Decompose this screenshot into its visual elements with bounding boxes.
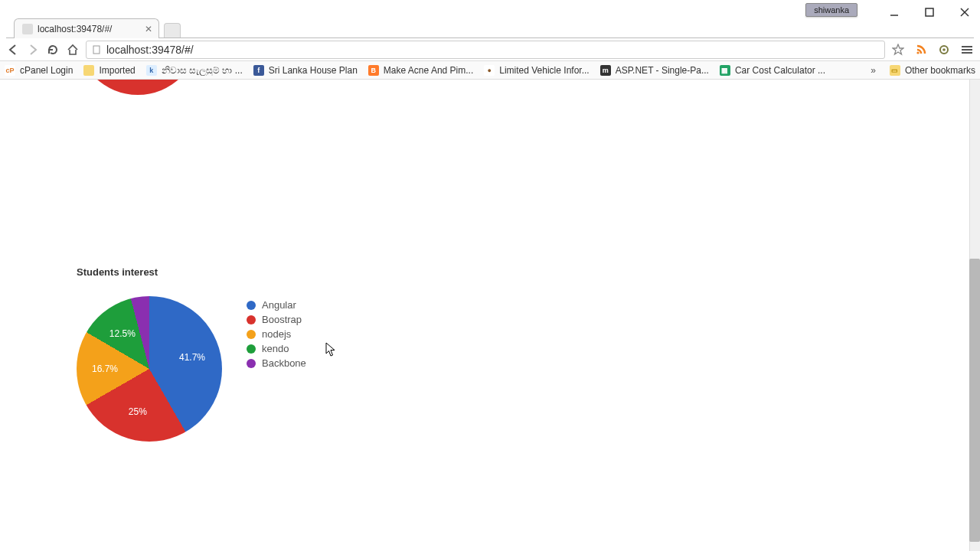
legend-swatch-icon (247, 301, 256, 310)
pie-slice-label: 25% (129, 406, 147, 417)
browser-tab[interactable]: localhost:39478/#/ ✕ (14, 18, 159, 38)
site-icon: m (600, 65, 611, 76)
pie-slice-label: 16.7% (92, 364, 118, 374)
bookmark-label: cPanel Login (20, 65, 73, 76)
legend-item: nodejs (247, 328, 306, 340)
new-tab-button[interactable] (164, 23, 181, 38)
legend-label: nodejs (262, 328, 291, 340)
bookmark-label: ASP.NET - Single-Pa... (616, 65, 709, 76)
site-icon: k (146, 65, 157, 76)
navigation-toolbar: localhost:39478/#/ (0, 38, 980, 61)
vertical-scrollbar[interactable] (969, 80, 980, 551)
extension-gear-icon[interactable] (937, 43, 951, 57)
favicon-icon (22, 24, 33, 34)
pie-chart: 41.7%25%16.7%12.5% (77, 296, 222, 442)
chart-title: Students interest (77, 266, 306, 278)
mouse-cursor-icon (325, 342, 336, 357)
bookmark-label: Limited Vehicle Infor... (499, 65, 589, 76)
bookmark-item[interactable]: cPcPanel Login (5, 65, 73, 76)
legend-label: Boostrap (262, 314, 302, 325)
bookmark-item[interactable]: ▦Car Cost Calculator ... (720, 65, 825, 76)
rss-icon[interactable] (914, 43, 928, 57)
bookmark-item[interactable]: ●Limited Vehicle Infor... (484, 65, 589, 76)
site-icon: ● (484, 65, 495, 76)
svg-rect-4 (93, 46, 100, 54)
svg-point-5 (916, 51, 919, 54)
reload-button[interactable] (46, 43, 60, 57)
legend-swatch-icon (247, 330, 256, 339)
legend-item: Angular (247, 299, 306, 311)
bookmark-item[interactable]: BMake Acne And Pim... (368, 65, 473, 76)
scrollbar-thumb[interactable] (969, 259, 980, 542)
os-user-badge: shiwanka (805, 3, 858, 17)
forward-button[interactable] (26, 43, 40, 57)
legend-label: Angular (262, 299, 296, 311)
page-content: Students interest 41.7%25%16.7%12.5% Ang… (0, 80, 969, 551)
other-bookmarks-label: Other bookmarks (905, 65, 975, 76)
bookmark-item[interactable]: Imported (83, 65, 135, 76)
legend-label: Backbone (262, 357, 306, 369)
page-icon (93, 45, 102, 54)
legend-label: kendo (262, 343, 289, 354)
previous-chart-fragment (77, 80, 230, 98)
bookmark-label: නිවාස සැලසුම් හා ... (162, 65, 243, 76)
legend-swatch-icon (247, 315, 256, 324)
bookmark-item[interactable]: kනිවාස සැලසුම් හා ... (146, 65, 243, 76)
legend-item: Boostrap (247, 314, 306, 325)
bookmarks-overflow-button[interactable]: » (867, 65, 879, 76)
home-button[interactable] (66, 43, 80, 57)
back-button[interactable] (6, 43, 20, 57)
bookmark-label: Make Acne And Pim... (384, 65, 473, 76)
bookmark-label: Sri Lanka House Plan (269, 65, 358, 76)
pie-slice-label: 41.7% (179, 352, 205, 363)
bookmark-label: Imported (99, 65, 135, 76)
chart-legend: AngularBoostrapnodejskendoBackbone (247, 296, 306, 369)
url-text: localhost:39478/#/ (106, 44, 194, 56)
bookmark-label: Car Cost Calculator ... (735, 65, 825, 76)
other-bookmarks-folder[interactable]: ▭ Other bookmarks (890, 65, 975, 76)
legend-swatch-icon (247, 344, 256, 354)
address-bar[interactable]: localhost:39478/#/ (86, 41, 885, 59)
svg-point-7 (942, 48, 946, 51)
tab-title: localhost:39478/#/ (38, 24, 112, 34)
site-icon: cP (5, 65, 15, 76)
site-icon: ▦ (720, 65, 730, 76)
svg-rect-1 (926, 8, 933, 16)
folder-icon: ▭ (890, 65, 900, 76)
bookmark-item[interactable]: fSri Lanka House Plan (253, 65, 358, 76)
bookmark-item[interactable]: mASP.NET - Single-Pa... (600, 65, 709, 76)
site-icon: f (253, 65, 264, 76)
legend-item: Backbone (247, 357, 306, 369)
tab-close-icon[interactable]: ✕ (145, 24, 152, 34)
folder-icon (83, 65, 94, 76)
legend-item: kendo (247, 343, 306, 354)
legend-swatch-icon (247, 359, 256, 368)
site-icon: B (368, 65, 379, 76)
menu-button[interactable] (960, 43, 974, 57)
bookmarks-bar: cPcPanel LoginImportedkනිවාස සැලසුම් හා … (0, 61, 980, 80)
pie-slice-label: 12.5% (109, 328, 136, 339)
bookmark-star-icon[interactable] (891, 43, 905, 57)
